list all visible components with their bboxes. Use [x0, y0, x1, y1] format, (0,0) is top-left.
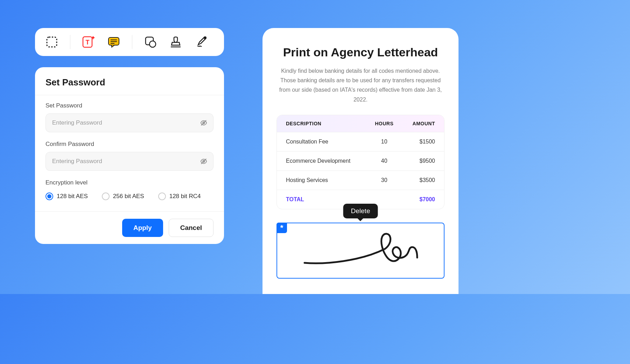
table-row: Hosting Services 30 $3500 [277, 170, 444, 190]
total-amount: $7000 [401, 196, 435, 203]
toolbar-divider [70, 35, 70, 49]
encryption-option-128-rc4[interactable]: 128 bit RC4 [158, 192, 201, 200]
set-password-label: Set Password [46, 102, 214, 109]
column-header-hours: HOURS [367, 121, 401, 126]
svg-point-8 [149, 41, 156, 47]
table-row: Consultation Fee 10 $1500 [277, 132, 444, 151]
comment-icon[interactable] [107, 35, 121, 49]
image-shape-icon[interactable] [144, 35, 158, 49]
delete-tooltip[interactable]: Delete [343, 204, 378, 218]
column-header-description: DESCRIPTION [286, 121, 367, 126]
text-tool-icon[interactable]: T [82, 35, 96, 49]
svg-point-10 [204, 36, 206, 39]
table-row: Ecommerce Development 40 $9500 [277, 151, 444, 170]
document-intro: Kindly find below banking details for al… [276, 66, 444, 104]
apply-button[interactable]: Apply [122, 219, 163, 237]
selection-icon[interactable] [45, 35, 59, 49]
panel-title: Set Password [35, 67, 224, 95]
toolbar-divider [132, 35, 132, 49]
encryption-option-128-aes[interactable]: 128 bit AES [46, 192, 88, 200]
eye-off-icon[interactable] [200, 119, 208, 127]
cancel-button[interactable]: Cancel [169, 219, 214, 237]
set-password-input[interactable] [52, 119, 196, 126]
svg-text:T: T [86, 39, 90, 46]
confirm-password-input[interactable] [52, 158, 196, 165]
encryption-option-256-aes[interactable]: 256 bit AES [102, 192, 144, 200]
encryption-level-label: Encryption level [46, 179, 214, 186]
set-password-panel: Set Password Set Password Confirm Passwo… [35, 67, 224, 244]
document-title: Print on Agency Letterhead [276, 46, 444, 59]
total-label: TOTAL [286, 196, 367, 203]
confirm-password-label: Confirm Password [46, 141, 214, 148]
invoice-table: DESCRIPTION HOURS AMOUNT Consultation Fe… [276, 115, 444, 209]
signature-pen-icon[interactable] [194, 35, 208, 49]
eye-off-icon[interactable] [200, 158, 208, 165]
annotation-toolbar: T [35, 28, 224, 56]
radio-icon [46, 192, 53, 200]
required-asterisk-icon: * [276, 223, 287, 233]
signature-field[interactable]: Delete * [276, 223, 444, 279]
stamp-icon[interactable] [169, 35, 183, 49]
svg-rect-0 [47, 37, 57, 47]
document-preview: Print on Agency Letterhead Kindly find b… [262, 28, 458, 294]
radio-icon [158, 192, 166, 200]
signature-glyph [298, 230, 424, 272]
radio-icon [102, 192, 110, 200]
column-header-amount: AMOUNT [401, 121, 435, 126]
